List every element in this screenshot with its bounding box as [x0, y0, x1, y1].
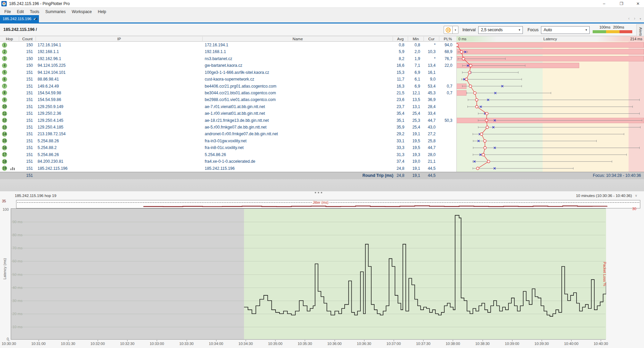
- col-header-count[interactable]: Count: [19, 37, 36, 42]
- col-header-avg[interactable]: Avg: [393, 37, 408, 42]
- hop-ip: 88.86.98.41: [36, 76, 202, 83]
- hop-avg: 21,5: [393, 90, 408, 96]
- hop-number-badge: 1: [2, 43, 7, 48]
- timeline-plot[interactable]: 90 ms80 ms70 ms60 ms50 ms40 ms30 ms20 ms…: [11, 208, 606, 340]
- col-header-name[interactable]: Name: [202, 37, 393, 42]
- hop-avg: 0,8: [393, 42, 408, 48]
- hop-name: ae-5.r00.frnkge07.de.bb.gin.ntt.net: [202, 124, 393, 131]
- table-row[interactable]: 151515.254.88.26fra-in3-01gw.voxility.ne…: [0, 138, 644, 144]
- hop-count: 151: [19, 76, 36, 83]
- hop-packet-loss: 0,7: [439, 83, 456, 90]
- hop-count: 151: [19, 144, 36, 151]
- table-row[interactable]: 11151129.250.2.36ae-1.r00.vienat01.at.bb…: [0, 110, 644, 117]
- focus-select[interactable]: Auto ▼: [541, 26, 590, 34]
- hop-cur: 44,5: [424, 165, 439, 172]
- pause-split-button[interactable]: ▾: [444, 26, 458, 34]
- time-tick: [423, 340, 424, 341]
- time-tick: [601, 340, 601, 341]
- hop-cur: 25,8: [424, 138, 439, 144]
- table-row[interactable]: 161515.254.88.2fra-in8-01c.voxility.net3…: [0, 144, 644, 151]
- hop-cur: 13,4: [424, 62, 439, 69]
- hop-avg: 15,3: [393, 69, 408, 76]
- col-header-ip[interactable]: IP: [36, 37, 202, 42]
- table-row[interactable]: 14151213.198.72.154andronet-0.r00.frnkge…: [0, 131, 644, 137]
- time-tick-label: 10:39:30: [530, 342, 553, 346]
- hop-name: ae-7.r01.vienat01.at.bb.gin.ntt.net: [202, 103, 393, 110]
- menu-item-help[interactable]: Help: [95, 9, 109, 15]
- hop-min: 25,4: [408, 110, 424, 117]
- hop-name: ae-18.r21.frnkge13.de.bb.gin.ntt.net: [202, 117, 393, 124]
- hop-packet-loss: [439, 124, 456, 131]
- tab-scroll-left-icon[interactable]: ‹: [628, 16, 630, 21]
- tab-scroll-right-icon[interactable]: ›: [634, 16, 635, 21]
- hop-ip: 129.250.9.149: [36, 103, 202, 110]
- title-bar: 185.242.115.196 - PingPlotter Pro – ❐ ✕: [0, 0, 644, 8]
- col-header-pl[interactable]: PL%: [439, 37, 456, 42]
- table-row[interactable]: 415094.124.105.225gw-bartanet.kaora.cz16…: [0, 62, 644, 69]
- table-row[interactable]: 7151149.6.24.49be4406.ccr21.prg01.atlas.…: [0, 83, 644, 90]
- footer-count: 151: [19, 172, 36, 180]
- menu-item-edit[interactable]: Edit: [14, 9, 27, 15]
- hop-avg: 16,6: [393, 62, 408, 69]
- table-row[interactable]: 10151129.250.9.149ae-7.r01.vienat01.at.b…: [0, 103, 644, 110]
- col-header-min[interactable]: Min: [408, 37, 424, 42]
- app-icon: [1, 1, 7, 6]
- packet-loss-bar: [457, 118, 644, 123]
- table-row[interactable]: 13151129.250.4.185ae-5.r00.frnkge07.de.b…: [0, 124, 644, 131]
- panel-splitter[interactable]: [0, 179, 644, 195]
- hop-cur: 10,3: [424, 48, 439, 55]
- time-tick-label: 10:37:00: [382, 342, 405, 346]
- table-row[interactable]: 515194.124.104.101100ge3-1-1-666.asr9k-s…: [0, 69, 644, 76]
- pause-options-caret-icon[interactable]: ▾: [453, 26, 458, 34]
- table-row[interactable]: 1150172.16.194.1172.16.194.10,80,8*94,0: [0, 42, 644, 48]
- hop-avg: 8,2: [393, 55, 408, 62]
- close-button[interactable]: ✕: [632, 0, 644, 8]
- time-tick: [364, 340, 364, 341]
- hop-cur: 21,1: [424, 158, 439, 165]
- jitter-max-value: 35: [0, 199, 6, 203]
- hop-name: gw-bartanet.kaora.cz: [202, 62, 393, 69]
- hop-ip: 149.6.24.49: [36, 83, 202, 90]
- pause-button[interactable]: [444, 26, 453, 34]
- col-header-cur[interactable]: Cur: [424, 37, 439, 42]
- menu-item-workspace[interactable]: Workspace: [69, 9, 95, 15]
- hop-name: fra-in8-01c.voxility.net: [202, 144, 393, 151]
- hop-ip: 192.168.1.1: [36, 48, 202, 55]
- table-row[interactable]: 8151154.54.59.98be3044.ccr21.bts01.atlas…: [0, 90, 644, 96]
- restore-button[interactable]: ❐: [615, 0, 628, 8]
- latency-color-scale: [593, 30, 632, 33]
- hop-min: 19,3: [408, 151, 424, 158]
- col-header-hop[interactable]: Hop: [0, 37, 19, 42]
- table-row[interactable]: 12151129.250.4.145ae-18.r21.frnkge13.de.…: [0, 117, 644, 124]
- tab-list-caret-icon[interactable]: ▾: [640, 17, 641, 20]
- menu-item-file[interactable]: File: [1, 9, 14, 15]
- minimize-button[interactable]: –: [598, 0, 610, 8]
- menu-item-summaries[interactable]: Summaries: [42, 9, 69, 15]
- hop-count: 151: [19, 96, 36, 103]
- time-tick: [9, 340, 9, 341]
- hop-min: 19,5: [408, 144, 424, 151]
- hop-ip: 185.242.115.196: [36, 165, 202, 172]
- hop-name: fra-in3-01gw.voxility.net: [202, 138, 393, 144]
- timeline-range-selector[interactable]: 10 minutes (10:30:36 - 10:40:36): [576, 194, 632, 198]
- table-row[interactable]: 19151185.242.115.196185.242.115.19624,81…: [0, 165, 644, 172]
- hop-avg: 11,7: [393, 76, 408, 83]
- interval-select[interactable]: 2,5 seconds ▼: [478, 26, 523, 34]
- time-tick-label: 10:30:30: [0, 342, 20, 346]
- menu-item-tools[interactable]: Tools: [27, 9, 42, 15]
- table-row[interactable]: 9151154.54.59.86be2988.ccr51.vie01.atlas…: [0, 96, 644, 103]
- table-row[interactable]: 3150192.162.96.1ns3.bartanet.cz8,21,9*76…: [0, 55, 644, 62]
- table-row[interactable]: 2151192.168.1.1192.168.1.15,92,010,368,9: [0, 48, 644, 55]
- splitter-handle-icon[interactable]: [315, 192, 322, 193]
- hop-number-badge: 3: [2, 56, 7, 61]
- table-row[interactable]: 1815184.200.230.81fra4.xe-0-1-0.accelera…: [0, 158, 644, 165]
- table-row[interactable]: 615188.86.98.41cust-kaora-supernetwork.c…: [0, 76, 644, 83]
- table-row[interactable]: 171515.254.86.265.254.86.2631,319,328,0: [0, 151, 644, 158]
- new-tab-button[interactable]: +: [32, 15, 40, 22]
- hop-cur: *: [424, 42, 439, 48]
- jitter-axis-label: Jitter (ms): [312, 200, 330, 204]
- time-tick-label: 10:33:30: [175, 342, 198, 346]
- hop-count: 151: [19, 151, 36, 158]
- hop-min: 13,1: [408, 103, 424, 110]
- chevron-down-icon[interactable]: ∨: [635, 194, 637, 197]
